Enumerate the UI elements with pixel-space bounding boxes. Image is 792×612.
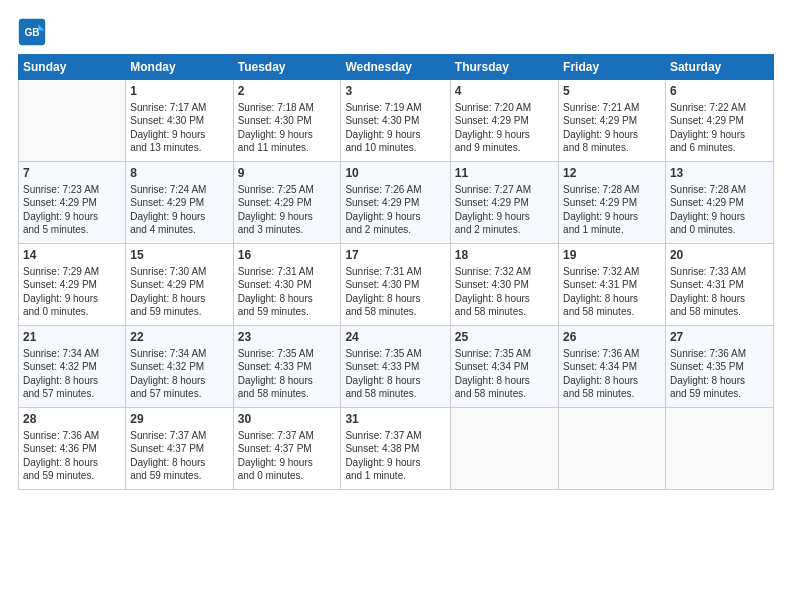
col-header-tuesday: Tuesday (233, 55, 341, 80)
calendar-cell: 2Sunrise: 7:18 AM Sunset: 4:30 PM Daylig… (233, 80, 341, 162)
day-info: Sunrise: 7:37 AM Sunset: 4:37 PM Dayligh… (130, 429, 228, 483)
calendar-cell: 19Sunrise: 7:32 AM Sunset: 4:31 PM Dayli… (559, 244, 666, 326)
day-number: 16 (238, 247, 337, 264)
col-header-wednesday: Wednesday (341, 55, 450, 80)
day-info: Sunrise: 7:20 AM Sunset: 4:29 PM Dayligh… (455, 101, 554, 155)
col-header-friday: Friday (559, 55, 666, 80)
calendar-cell: 18Sunrise: 7:32 AM Sunset: 4:30 PM Dayli… (450, 244, 558, 326)
calendar-cell (19, 80, 126, 162)
day-number: 12 (563, 165, 661, 182)
calendar-cell: 29Sunrise: 7:37 AM Sunset: 4:37 PM Dayli… (126, 408, 233, 490)
calendar-cell: 30Sunrise: 7:37 AM Sunset: 4:37 PM Dayli… (233, 408, 341, 490)
calendar-cell: 5Sunrise: 7:21 AM Sunset: 4:29 PM Daylig… (559, 80, 666, 162)
day-info: Sunrise: 7:27 AM Sunset: 4:29 PM Dayligh… (455, 183, 554, 237)
calendar-table: SundayMondayTuesdayWednesdayThursdayFrid… (18, 54, 774, 490)
day-number: 8 (130, 165, 228, 182)
page: GB SundayMondayTuesdayWednesdayThursdayF… (0, 0, 792, 612)
day-number: 5 (563, 83, 661, 100)
calendar-cell: 27Sunrise: 7:36 AM Sunset: 4:35 PM Dayli… (665, 326, 773, 408)
calendar-cell: 1Sunrise: 7:17 AM Sunset: 4:30 PM Daylig… (126, 80, 233, 162)
calendar-cell: 24Sunrise: 7:35 AM Sunset: 4:33 PM Dayli… (341, 326, 450, 408)
day-number: 22 (130, 329, 228, 346)
calendar-cell: 21Sunrise: 7:34 AM Sunset: 4:32 PM Dayli… (19, 326, 126, 408)
calendar-cell: 17Sunrise: 7:31 AM Sunset: 4:30 PM Dayli… (341, 244, 450, 326)
day-info: Sunrise: 7:35 AM Sunset: 4:34 PM Dayligh… (455, 347, 554, 401)
day-number: 10 (345, 165, 445, 182)
calendar-cell: 4Sunrise: 7:20 AM Sunset: 4:29 PM Daylig… (450, 80, 558, 162)
day-number: 31 (345, 411, 445, 428)
day-number: 21 (23, 329, 121, 346)
day-info: Sunrise: 7:28 AM Sunset: 4:29 PM Dayligh… (563, 183, 661, 237)
svg-text:GB: GB (24, 27, 39, 38)
day-info: Sunrise: 7:28 AM Sunset: 4:29 PM Dayligh… (670, 183, 769, 237)
day-info: Sunrise: 7:35 AM Sunset: 4:33 PM Dayligh… (345, 347, 445, 401)
day-info: Sunrise: 7:22 AM Sunset: 4:29 PM Dayligh… (670, 101, 769, 155)
calendar-cell: 14Sunrise: 7:29 AM Sunset: 4:29 PM Dayli… (19, 244, 126, 326)
day-number: 26 (563, 329, 661, 346)
calendar-cell: 9Sunrise: 7:25 AM Sunset: 4:29 PM Daylig… (233, 162, 341, 244)
day-number: 23 (238, 329, 337, 346)
calendar-cell: 15Sunrise: 7:30 AM Sunset: 4:29 PM Dayli… (126, 244, 233, 326)
calendar-cell (559, 408, 666, 490)
calendar-cell: 6Sunrise: 7:22 AM Sunset: 4:29 PM Daylig… (665, 80, 773, 162)
day-info: Sunrise: 7:36 AM Sunset: 4:35 PM Dayligh… (670, 347, 769, 401)
calendar-cell: 13Sunrise: 7:28 AM Sunset: 4:29 PM Dayli… (665, 162, 773, 244)
day-number: 2 (238, 83, 337, 100)
day-number: 18 (455, 247, 554, 264)
day-info: Sunrise: 7:23 AM Sunset: 4:29 PM Dayligh… (23, 183, 121, 237)
day-info: Sunrise: 7:37 AM Sunset: 4:37 PM Dayligh… (238, 429, 337, 483)
day-number: 27 (670, 329, 769, 346)
day-number: 7 (23, 165, 121, 182)
day-info: Sunrise: 7:21 AM Sunset: 4:29 PM Dayligh… (563, 101, 661, 155)
day-number: 1 (130, 83, 228, 100)
day-info: Sunrise: 7:36 AM Sunset: 4:36 PM Dayligh… (23, 429, 121, 483)
day-number: 28 (23, 411, 121, 428)
day-info: Sunrise: 7:31 AM Sunset: 4:30 PM Dayligh… (238, 265, 337, 319)
week-row-1: 1Sunrise: 7:17 AM Sunset: 4:30 PM Daylig… (19, 80, 774, 162)
day-number: 25 (455, 329, 554, 346)
day-info: Sunrise: 7:17 AM Sunset: 4:30 PM Dayligh… (130, 101, 228, 155)
day-info: Sunrise: 7:32 AM Sunset: 4:31 PM Dayligh… (563, 265, 661, 319)
day-number: 19 (563, 247, 661, 264)
day-info: Sunrise: 7:26 AM Sunset: 4:29 PM Dayligh… (345, 183, 445, 237)
day-number: 4 (455, 83, 554, 100)
day-number: 9 (238, 165, 337, 182)
day-info: Sunrise: 7:37 AM Sunset: 4:38 PM Dayligh… (345, 429, 445, 483)
calendar-cell: 3Sunrise: 7:19 AM Sunset: 4:30 PM Daylig… (341, 80, 450, 162)
calendar-cell: 23Sunrise: 7:35 AM Sunset: 4:33 PM Dayli… (233, 326, 341, 408)
col-header-saturday: Saturday (665, 55, 773, 80)
calendar-cell: 8Sunrise: 7:24 AM Sunset: 4:29 PM Daylig… (126, 162, 233, 244)
day-info: Sunrise: 7:24 AM Sunset: 4:29 PM Dayligh… (130, 183, 228, 237)
week-row-5: 28Sunrise: 7:36 AM Sunset: 4:36 PM Dayli… (19, 408, 774, 490)
day-info: Sunrise: 7:30 AM Sunset: 4:29 PM Dayligh… (130, 265, 228, 319)
week-row-2: 7Sunrise: 7:23 AM Sunset: 4:29 PM Daylig… (19, 162, 774, 244)
week-row-4: 21Sunrise: 7:34 AM Sunset: 4:32 PM Dayli… (19, 326, 774, 408)
day-info: Sunrise: 7:25 AM Sunset: 4:29 PM Dayligh… (238, 183, 337, 237)
calendar-cell: 20Sunrise: 7:33 AM Sunset: 4:31 PM Dayli… (665, 244, 773, 326)
calendar-cell (450, 408, 558, 490)
calendar-cell: 26Sunrise: 7:36 AM Sunset: 4:34 PM Dayli… (559, 326, 666, 408)
calendar-cell (665, 408, 773, 490)
day-info: Sunrise: 7:31 AM Sunset: 4:30 PM Dayligh… (345, 265, 445, 319)
day-info: Sunrise: 7:32 AM Sunset: 4:30 PM Dayligh… (455, 265, 554, 319)
header: GB (18, 18, 774, 46)
day-info: Sunrise: 7:34 AM Sunset: 4:32 PM Dayligh… (23, 347, 121, 401)
day-info: Sunrise: 7:33 AM Sunset: 4:31 PM Dayligh… (670, 265, 769, 319)
day-number: 29 (130, 411, 228, 428)
calendar-cell: 31Sunrise: 7:37 AM Sunset: 4:38 PM Dayli… (341, 408, 450, 490)
col-header-thursday: Thursday (450, 55, 558, 80)
calendar-cell: 28Sunrise: 7:36 AM Sunset: 4:36 PM Dayli… (19, 408, 126, 490)
day-info: Sunrise: 7:35 AM Sunset: 4:33 PM Dayligh… (238, 347, 337, 401)
calendar-cell: 12Sunrise: 7:28 AM Sunset: 4:29 PM Dayli… (559, 162, 666, 244)
day-number: 6 (670, 83, 769, 100)
day-number: 13 (670, 165, 769, 182)
calendar-cell: 16Sunrise: 7:31 AM Sunset: 4:30 PM Dayli… (233, 244, 341, 326)
day-number: 30 (238, 411, 337, 428)
day-info: Sunrise: 7:18 AM Sunset: 4:30 PM Dayligh… (238, 101, 337, 155)
day-info: Sunrise: 7:36 AM Sunset: 4:34 PM Dayligh… (563, 347, 661, 401)
calendar-cell: 25Sunrise: 7:35 AM Sunset: 4:34 PM Dayli… (450, 326, 558, 408)
day-info: Sunrise: 7:29 AM Sunset: 4:29 PM Dayligh… (23, 265, 121, 319)
day-number: 11 (455, 165, 554, 182)
day-number: 24 (345, 329, 445, 346)
calendar-cell: 10Sunrise: 7:26 AM Sunset: 4:29 PM Dayli… (341, 162, 450, 244)
